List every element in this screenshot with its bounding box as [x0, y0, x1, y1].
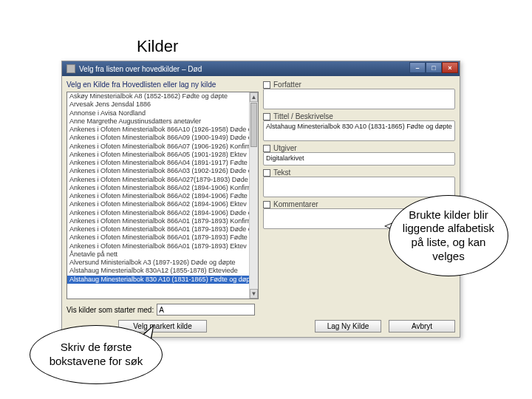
list-item[interactable]: Ankenes i Ofoten Minesterialbok 866A09 (…: [67, 134, 258, 142]
slide-heading: Kilder: [137, 37, 178, 56]
dialog-window: Velg fra listen over hovedkilder – Død –…: [61, 61, 460, 338]
forfatter-box[interactable]: [263, 89, 455, 109]
callout-list-text: Brukte kilder blir liggende alfabetisk p…: [401, 208, 496, 264]
list-item[interactable]: Ånetavle på nett: [67, 250, 258, 259]
kommentarer-checkbox[interactable]: [263, 201, 270, 208]
tekst-label: Tekst: [273, 168, 290, 177]
list-item[interactable]: Askøy Minesterialbok A8 (1852-1862) Født…: [67, 92, 258, 100]
callout-filter-text: Skriv de første bokstavene for søk: [42, 341, 150, 369]
forfatter-label: Forfatter: [273, 81, 301, 89]
field-tekst: Tekst: [263, 168, 455, 197]
close-button[interactable]: ×: [442, 62, 458, 73]
list-item[interactable]: Ankenes i Ofoten Minesterialbok 866A04 (…: [67, 159, 258, 167]
filter-input[interactable]: [157, 304, 255, 316]
callout-list: Brukte kilder blir liggende alfabetisk p…: [389, 195, 508, 276]
list-item[interactable]: Annonse i Avisa Nordland: [67, 109, 258, 117]
list-item[interactable]: Ankenes i Ofoten Minesterialbok 866A02 (…: [67, 192, 258, 200]
field-forfatter: Forfatter: [263, 81, 455, 109]
list-item[interactable]: Ankenes i Ofoten Minesterialbok 866A03 (…: [67, 167, 258, 175]
callout-filter: Skriv de første bokstavene for søk: [30, 325, 163, 384]
tittel-label: Tittel / Beskrivelse: [273, 112, 333, 120]
list-item[interactable]: Ankenes i Ofoten Minesterialbok 866A07 (…: [67, 143, 258, 151]
list-item[interactable]: Alstahaug Minesterialbok 830A12 (1855-18…: [67, 267, 258, 275]
field-tittel: Tittel / Beskrivelse Alstahaug Minesteri…: [263, 112, 455, 141]
list-item[interactable]: Ankenes i Ofoten Minesterialbok 866A01 (…: [67, 225, 258, 233]
window-title: Velg fra listen over hovedkilder – Død: [79, 65, 202, 73]
tekst-box[interactable]: [263, 177, 455, 197]
tittel-box[interactable]: Alstahaug Minesterialbok 830 A10 (1831-1…: [263, 120, 455, 141]
list-item[interactable]: Ankenes i Ofoten Minesterialbok 866A01 (…: [67, 217, 258, 225]
kommentarer-label: Kommentarer: [273, 200, 318, 208]
list-item[interactable]: Ankenes i Ofoten Minesterialbok 866A01 (…: [67, 233, 258, 242]
utgiver-box[interactable]: Digitalarkivet: [263, 152, 455, 166]
filter-row: Vis kilder som starter med:: [66, 304, 259, 316]
utgiver-label: Utgiver: [273, 144, 297, 152]
scroll-down-icon[interactable]: ▼: [250, 289, 258, 299]
window-titlebar: Velg fra listen over hovedkilder – Død –…: [62, 61, 460, 76]
dialog-body: Velg en Kilde fra Hovedlisten eller lag …: [62, 76, 460, 337]
maximize-button[interactable]: □: [426, 62, 442, 73]
list-heading: Velg en Kilde fra Hovedlisten eller lag …: [66, 81, 259, 89]
tekst-checkbox[interactable]: [263, 169, 270, 177]
list-item[interactable]: Ankenes i Ofoten Minesterialbok 866A01 (…: [67, 242, 258, 250]
list-item[interactable]: Ankenes i Ofoten Minesterialbok 866A02 (…: [67, 184, 258, 192]
utgiver-checkbox[interactable]: [263, 145, 270, 152]
source-listbox[interactable]: Askøy Minesterialbok A8 (1852-1862) Født…: [66, 92, 259, 299]
list-item[interactable]: Arvesak Jens Jensdal 1886: [67, 100, 258, 109]
field-utgiver: Utgiver Digitalarkivet: [263, 144, 455, 166]
list-item[interactable]: Anne Margrethe Augustinusdatters anetavl…: [67, 117, 258, 126]
list-item[interactable]: Ankenes i Ofoten Minesterialbok 866A05 (…: [67, 151, 258, 159]
list-scrollbar[interactable]: ▲ ▼: [249, 92, 258, 299]
list-item[interactable]: Ankenes i Ofoten Minesterialbok 866A02 (…: [67, 200, 258, 208]
list-item[interactable]: Ankenes i Ofoten Minesterialbok 866A10 (…: [67, 126, 258, 134]
bottom-buttons: Lag Ny Kilde Avbryt: [263, 316, 455, 332]
list-item[interactable]: Alversund Ministerialbok A3 (1897-1926) …: [67, 259, 258, 267]
window-buttons: – □ ×: [409, 62, 458, 73]
list-item[interactable]: Ankenes i Ofoten Minesterialbok 866A02 (…: [67, 209, 258, 217]
list-item[interactable]: Ankenes i Ofoten Minesterialbok 866A027(…: [67, 176, 258, 184]
list-item[interactable]: Alstahaug Minesterialbok 830 A10 (1831-1…: [67, 276, 258, 284]
scroll-up-icon[interactable]: ▲: [250, 92, 258, 102]
minimize-button[interactable]: –: [409, 62, 426, 73]
new-source-button[interactable]: Lag Ny Kilde: [315, 320, 381, 332]
left-pane: Velg en Kilde fra Hovedlisten eller lag …: [66, 81, 259, 332]
filter-label: Vis kilder som starter med:: [66, 306, 154, 314]
app-icon: [66, 64, 75, 73]
tittel-checkbox[interactable]: [263, 113, 270, 120]
scroll-thumb[interactable]: [250, 103, 257, 147]
cancel-button[interactable]: Avbryt: [389, 320, 455, 332]
forfatter-checkbox[interactable]: [263, 81, 270, 89]
